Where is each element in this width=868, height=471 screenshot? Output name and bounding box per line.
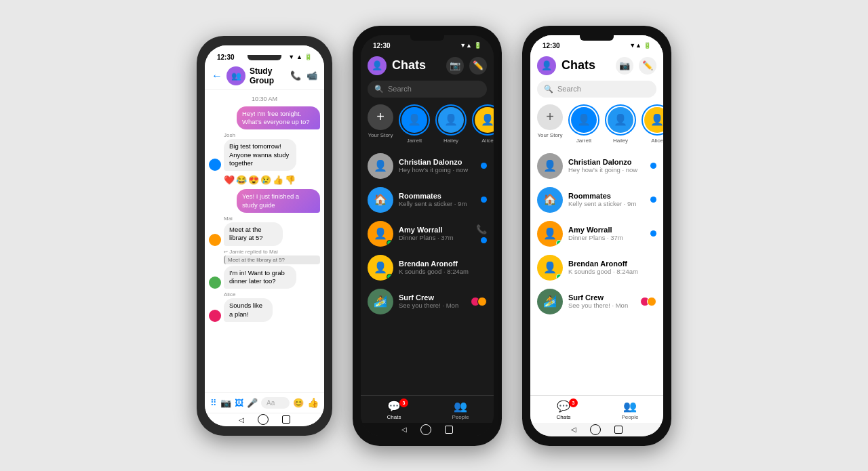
chat-amy-2[interactable]: 👤 Amy Worrall Dinner Plans · 37m 📞	[361, 217, 494, 251]
image-icon[interactable]: 🖼	[235, 398, 243, 408]
nav-back-3[interactable]: ◁	[571, 426, 576, 433]
phone-3: 12:30 ▼▲ 🔋 👤 Chats 📷 ✏️ 🔍 Search + Your …	[522, 26, 671, 446]
search-bar-2[interactable]: 🔍 Search	[368, 81, 487, 98]
search-bar-3[interactable]: 🔍 Search	[537, 81, 656, 98]
bottom-nav-people-2[interactable]: 👥 People	[427, 400, 494, 420]
christian-preview-3: Hey how's it going · now	[568, 166, 645, 173]
chat-brendan-3[interactable]: 👤 Brendan Aronoff K sounds good · 8:24am	[530, 251, 663, 285]
camera-btn-2[interactable]: 📷	[446, 57, 464, 75]
brendan-info-2: Brendan Aronoff K sounds good · 8:24am	[399, 260, 487, 275]
surf-avatar-2: 🏄	[368, 289, 393, 314]
roommates-meta-3	[650, 197, 656, 203]
story-jarrett-3[interactable]: 👤 Jarrett	[568, 104, 599, 144]
amy-name-3: Amy Worrall	[568, 226, 645, 234]
christian-info-2: Christian Dalonzo Hey how's it going · n…	[399, 158, 475, 173]
amy-unread-3	[650, 230, 656, 237]
bottom-nav-people-3[interactable]: 👥 People	[597, 400, 663, 420]
video-icon[interactable]: 📹	[307, 70, 317, 81]
nav-back-2[interactable]: ◁	[401, 426, 407, 433]
bottom-nav-chats-2[interactable]: 3 💬 Chats	[361, 400, 427, 420]
brendan-preview-2: K sounds good · 8:24am	[399, 268, 487, 275]
stories-row-3: + Your Story 👤 Jarrett 👤 Hailey 👤 Alice …	[530, 102, 663, 149]
surf-info-2: Surf Crew See you there! · Mon	[399, 293, 465, 309]
amy-online-3	[556, 240, 562, 246]
bubble-josh: Big test tomorrow! Anyone wanna study to…	[224, 139, 296, 171]
add-story-btn-3[interactable]: +	[537, 104, 563, 130]
story-your-3[interactable]: + Your Story	[537, 104, 563, 144]
hailey-avatar-3: 👤	[608, 107, 633, 133]
message-input[interactable]: Aa	[261, 397, 290, 409]
compose-btn-3[interactable]: ✏️	[639, 57, 656, 75]
roommates-name-3: Roommates	[568, 192, 645, 200]
story-jarrett-2[interactable]: 👤 Jarrett	[399, 104, 430, 144]
christian-meta-3	[650, 163, 656, 169]
nav-home-icon[interactable]	[258, 414, 269, 425]
add-story-btn-2[interactable]: +	[368, 104, 393, 130]
nav-home-2[interactable]	[420, 424, 431, 435]
chat-roommates-3[interactable]: 🏠 Roommates Kelly sent a sticker · 9m	[530, 183, 663, 217]
amy-info-2: Amy Worrall Dinner Plans · 37m	[399, 226, 471, 241]
apps-icon[interactable]: ⠿	[210, 398, 217, 408]
emoji-icon[interactable]: 😊	[293, 398, 304, 408]
nav-home-3[interactable]	[590, 424, 601, 435]
nav-sq-2[interactable]	[445, 426, 453, 434]
amy-online-2	[387, 240, 393, 246]
christian-info-3: Christian Dalonzo Hey how's it going · n…	[568, 158, 645, 173]
chat-list-dark: 👤 Christian Dalonzo Hey how's it going ·…	[361, 149, 494, 395]
search-icon-2: 🔍	[374, 85, 384, 94]
nav-back-icon[interactable]: ◁	[239, 416, 244, 424]
profile-avatar-3[interactable]: 👤	[537, 56, 556, 75]
amy-preview-2: Dinner Plans · 37m	[399, 234, 471, 241]
chat-body: 10:30 AM Hey! I'm free tonight. What's e…	[205, 90, 324, 392]
amy-preview-3: Dinner Plans · 37m	[568, 234, 645, 241]
like-icon[interactable]: 👍	[307, 397, 319, 408]
mic-icon[interactable]: 🎤	[247, 398, 258, 408]
phone-icon[interactable]: 📞	[290, 70, 301, 81]
chat-christian-2[interactable]: 👤 Christian Dalonzo Hey how's it going ·…	[361, 149, 494, 183]
roommates-preview-2: Kelly sent a sticker · 9m	[399, 200, 475, 207]
brendan-online-3	[556, 274, 562, 280]
surf-name-2: Surf Crew	[399, 293, 465, 302]
search-text-3: Search	[557, 85, 581, 93]
story-alice-3[interactable]: 👤 Alice	[642, 104, 663, 144]
chat-amy-3[interactable]: 👤 Amy Worrall Dinner Plans · 37m	[530, 217, 663, 251]
message-out-2: Yes! I just finished a study guide	[209, 189, 320, 213]
chat-brendan-2[interactable]: 👤 Brendan Aronoff K sounds good · 8:24am	[361, 251, 494, 285]
group-avatar: 👥	[226, 66, 245, 85]
story-your-2[interactable]: + Your Story	[368, 104, 393, 144]
amy-avatar-3: 👤	[537, 221, 563, 247]
roommates-meta-2	[481, 197, 487, 203]
chats-title-2: Chats	[392, 58, 441, 73]
bottom-nav-chats-3[interactable]: 3 💬 Chats	[530, 400, 597, 420]
phone-1: 12:30 ▼ ▲ 🔋 ← 👥 Study Group 📞 📹 10:30 AM…	[197, 36, 332, 436]
nav-square-icon[interactable]	[282, 415, 290, 424]
message-out-1: Hey! I'm free tonight. What's everyone u…	[209, 106, 320, 130]
profile-avatar-2[interactable]: 👤	[368, 56, 387, 75]
story-alice-2[interactable]: 👤 Alice	[472, 104, 494, 144]
message-in-alice: Alice Sounds like a plan!	[209, 291, 320, 322]
story-hailey-3[interactable]: 👤 Hailey	[605, 104, 636, 144]
wifi-icon: ▲	[296, 54, 302, 60]
chat-surf-2[interactable]: 🏄 Surf Crew See you there! · Mon	[361, 285, 494, 319]
amy-call-icon-2[interactable]: 📞	[476, 224, 487, 234]
camera-icon[interactable]: 📷	[220, 398, 231, 408]
status-time-1: 12:30	[217, 54, 235, 61]
story-hailey-2[interactable]: 👤 Hailey	[435, 104, 467, 144]
mai-sender: Mai	[224, 216, 302, 222]
brendan-online-2	[387, 274, 393, 280]
christian-unread-3	[650, 163, 656, 169]
christian-preview-2: Hey how's it going · now	[399, 166, 475, 173]
chat-surf-3[interactable]: 🏄 Surf Crew See you there! · Mon	[530, 285, 663, 319]
camera-btn-3[interactable]: 📷	[616, 57, 633, 75]
surf-group-avatars-2	[471, 297, 487, 306]
stories-row-2: + Your Story 👤 Jarrett 👤 Hailey 👤 Alice …	[361, 102, 494, 149]
message-in-josh: Josh Big test tomorrow! Anyone wanna stu…	[209, 132, 320, 171]
christian-name-2: Christian Dalonzo	[399, 158, 475, 166]
chat-roommates-2[interactable]: 🏠 Roommates Kelly sent a sticker · 9m	[361, 183, 494, 217]
bubble-out-2: Yes! I just finished a study guide	[237, 189, 320, 213]
chat-christian-3[interactable]: 👤 Christian Dalonzo Hey how's it going ·…	[530, 149, 663, 183]
nav-sq-3[interactable]	[614, 426, 623, 434]
compose-btn-2[interactable]: ✏️	[469, 57, 487, 75]
back-button[interactable]: ←	[212, 70, 222, 82]
signal-icon: ▼	[288, 54, 294, 60]
